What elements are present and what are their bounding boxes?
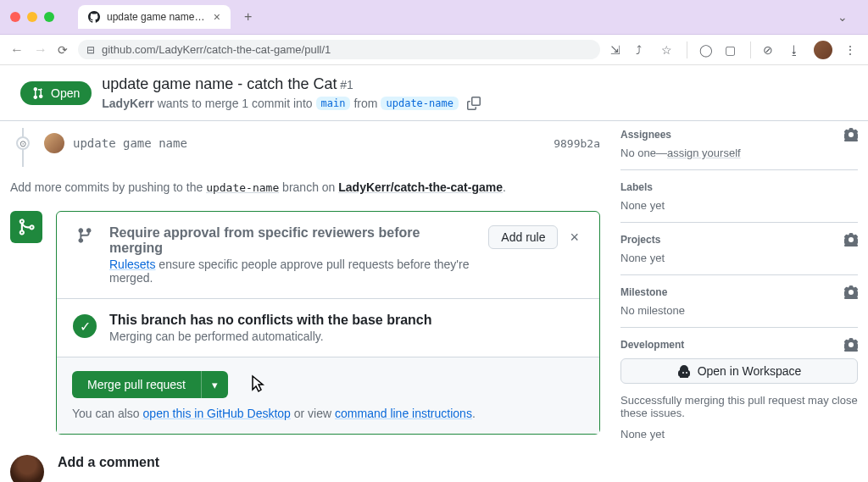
pr-subtitle: LadyKerr wants to merge 1 commit into ma…: [102, 97, 481, 110]
gear-icon[interactable]: [844, 338, 858, 352]
add-rule-button[interactable]: Add rule: [488, 225, 558, 249]
hide-icon[interactable]: ⊘: [763, 43, 776, 57]
url-text: github.com/LadyKerr/catch-the-cat-game/p…: [102, 43, 331, 56]
milestone-label: Milestone: [620, 286, 667, 298]
assign-yourself-link[interactable]: assign yourself: [667, 147, 741, 159]
gear-icon[interactable]: [844, 233, 858, 247]
merge-button-group: Merge pull request ▾: [72, 371, 228, 398]
success-check-icon: ✓: [73, 314, 97, 338]
assignees-label: Assignees: [620, 129, 671, 141]
window-controls: update game name - catch th × + ⌄: [0, 0, 868, 34]
menu-icon[interactable]: ⋮: [844, 43, 858, 57]
extensions-icon[interactable]: ◯: [699, 43, 713, 57]
pr-state-badge: Open: [20, 81, 92, 105]
tab-close-icon[interactable]: ×: [214, 10, 220, 24]
extension-slot-icon[interactable]: ▢: [725, 43, 738, 57]
ruleset-title: Require approval from specific reviewers…: [109, 225, 476, 256]
browser-tab[interactable]: update game name - catch th ×: [78, 5, 231, 29]
downloads-icon[interactable]: ⭳: [788, 43, 802, 57]
forward-button[interactable]: →: [34, 42, 47, 58]
base-branch-label[interactable]: main: [316, 97, 351, 110]
merge-pr-caret[interactable]: ▾: [201, 371, 228, 398]
gear-icon[interactable]: [844, 128, 858, 141]
no-conflicts-desc: Merging can be performed automatically.: [109, 330, 584, 343]
share-icon[interactable]: ⤴: [636, 43, 649, 57]
gear-icon[interactable]: [844, 180, 858, 194]
git-branch-icon: [76, 227, 93, 244]
branch-link[interactable]: update-name: [206, 181, 279, 194]
commit-author-avatar[interactable]: [44, 133, 64, 153]
copilot-icon: [677, 364, 691, 378]
repo-link[interactable]: LadyKerr/catch-the-cat-game: [338, 180, 503, 194]
pr-author[interactable]: LadyKerr: [102, 97, 153, 110]
no-conflicts-title: This branch has no conflicts with the ba…: [109, 313, 584, 328]
browser-nav-bar: ← → ⟳ ⊟ github.com/LadyKerr/catch-the-ca…: [0, 35, 868, 65]
window-close-button[interactable]: [10, 12, 20, 22]
pr-sidebar: Assignees No one—assign yourself Labels …: [620, 128, 858, 482]
back-button[interactable]: ←: [10, 42, 24, 58]
development-label: Development: [620, 339, 684, 351]
push-hint: Add more commits by pushing to the updat…: [10, 167, 600, 208]
url-bar[interactable]: ⊟ github.com/LadyKerr/catch-the-cat-game…: [78, 40, 600, 59]
divider: [750, 42, 751, 58]
commit-row: update game name 9899b2a: [22, 128, 600, 167]
window-minimize-button[interactable]: [27, 12, 37, 22]
head-branch-label[interactable]: update-name: [381, 97, 458, 110]
commit-sha[interactable]: 9899b2a: [554, 137, 600, 150]
pr-number: #1: [340, 78, 353, 91]
development-desc: Successfully merging this pull request m…: [620, 394, 858, 419]
browser-chrome: update game name - catch th × + ⌄: [0, 0, 868, 35]
github-favicon: [88, 11, 100, 23]
commit-message[interactable]: update game name: [73, 136, 187, 150]
rulesets-link[interactable]: Rulesets: [109, 258, 155, 271]
development-value: None yet: [620, 428, 858, 440]
milestone-value: No milestone: [620, 304, 858, 317]
merge-hint: You can also open this in GitHub Desktop…: [72, 407, 584, 420]
pr-state-text: Open: [51, 86, 80, 100]
labels-value: None yet: [620, 199, 858, 212]
reload-button[interactable]: ⟳: [58, 43, 68, 57]
gear-icon[interactable]: [844, 285, 858, 299]
open-desktop-link[interactable]: open this in GitHub Desktop: [143, 407, 291, 420]
git-pull-request-icon: [32, 86, 46, 100]
pr-header: Open update game name - catch the Cat #1…: [0, 65, 868, 121]
cursor-icon: [248, 374, 266, 401]
install-pwa-icon[interactable]: ⇲: [610, 43, 624, 57]
tab-title: update game name - catch th: [107, 11, 207, 23]
merge-box: Require approval from specific reviewers…: [56, 211, 600, 435]
cli-instructions-link[interactable]: command line instructions: [335, 407, 472, 420]
merge-status-badge: [10, 211, 42, 243]
merge-pr-button[interactable]: Merge pull request: [72, 371, 201, 398]
current-user-avatar[interactable]: [10, 455, 44, 482]
open-workspace-button[interactable]: Open in Workspace: [620, 358, 858, 384]
divider: [687, 42, 687, 58]
new-tab-button[interactable]: +: [244, 9, 252, 25]
chrome-expand-icon[interactable]: ⌄: [837, 10, 848, 24]
add-comment-heading: Add a comment: [58, 455, 600, 470]
dismiss-ruleset-button[interactable]: ×: [565, 225, 584, 250]
labels-label: Labels: [620, 181, 653, 193]
bookmark-icon[interactable]: ☆: [661, 43, 675, 57]
git-merge-icon: [17, 218, 36, 236]
copy-icon[interactable]: [467, 97, 481, 110]
comment-area: Add a comment: [10, 455, 600, 482]
projects-value: None yet: [620, 252, 858, 264]
browser-profile-avatar[interactable]: [814, 41, 832, 59]
projects-label: Projects: [620, 234, 660, 246]
site-info-icon[interactable]: ⊟: [86, 44, 95, 56]
window-maximize-button[interactable]: [44, 12, 54, 22]
commit-marker-icon: [16, 136, 30, 150]
pr-title: update game name - catch the Cat: [102, 75, 337, 92]
